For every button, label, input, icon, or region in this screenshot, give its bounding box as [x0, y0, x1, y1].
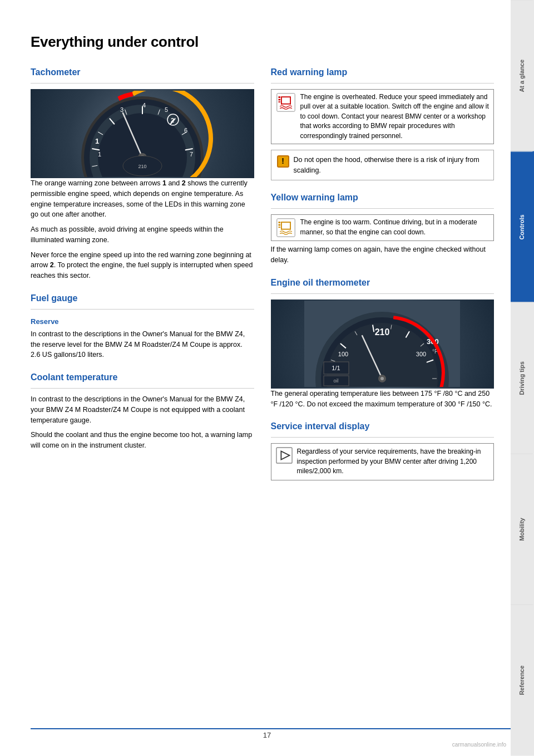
service-text: Regardless of your service requirements,… — [297, 447, 490, 476]
oil-gauge-svg: 210 100 300 300 °F 1/1 oil — [304, 301, 460, 387]
tachometer-body1: The orange warning zone between arrows 1… — [31, 178, 254, 220]
svg-point-70 — [380, 377, 384, 380]
yellow-lamp-box: The engine is too warm. Continue driving… — [271, 214, 495, 241]
svg-text:3: 3 — [120, 106, 123, 113]
right-column: Red warning lamp — [271, 67, 495, 723]
red-lamp-box: The engine is overheated. Reduce your sp… — [271, 89, 495, 144]
svg-rect-38 — [278, 222, 280, 224]
service-divider — [271, 437, 495, 438]
reserve-heading: Reserve — [31, 317, 254, 326]
warning-text: Do not open the hood, otherwise there is… — [294, 155, 488, 176]
svg-rect-43 — [290, 223, 291, 230]
service-box: Regardless of your service requirements,… — [271, 443, 495, 480]
tachometer-image: 1 3 4 5 6 7 1 2 — [31, 89, 254, 178]
svg-rect-41 — [281, 222, 291, 223]
svg-text:210: 210 — [375, 327, 390, 337]
svg-text:4: 4 — [142, 102, 146, 109]
svg-marker-72 — [281, 451, 289, 460]
red-lamp-icon — [276, 92, 296, 112]
tachometer-divider — [31, 83, 254, 84]
svg-rect-40 — [278, 227, 280, 228]
page-number: 17 — [263, 731, 271, 739]
svg-text:1: 1 — [95, 137, 99, 145]
tachometer-svg: 1 3 4 5 6 7 1 2 — [65, 91, 220, 177]
page-container: Everything under control Tachometer — [0, 0, 534, 756]
svg-rect-32 — [278, 101, 280, 102]
svg-text:5: 5 — [165, 106, 168, 113]
svg-text:2: 2 — [171, 117, 174, 124]
red-warning-divider — [271, 83, 495, 84]
svg-rect-31 — [278, 99, 280, 101]
oil-thermo-divider — [271, 293, 495, 294]
red-lamp-text: The engine is overheated. Reduce your sp… — [300, 92, 490, 141]
yellow-warning-heading: Yellow warning lamp — [271, 193, 495, 203]
sidebar-tab-mobility[interactable]: Mobility — [511, 454, 534, 605]
sidebar: At a glance Controls Driving tips Mobili… — [511, 0, 534, 756]
svg-rect-35 — [290, 97, 291, 105]
fuel-divider — [31, 309, 254, 310]
warning-icon: ! — [277, 155, 289, 168]
sidebar-tab-controls[interactable]: Controls — [511, 151, 534, 303]
tachometer-heading: Tachometer — [31, 67, 254, 77]
coolant-heading: Coolant temperature — [31, 372, 254, 382]
svg-rect-33 — [281, 96, 291, 97]
fuel-gauge-heading: Fuel gauge — [31, 293, 254, 303]
svg-rect-44 — [281, 229, 291, 230]
svg-text:6: 6 — [184, 127, 187, 134]
page-title: Everything under control — [31, 33, 494, 51]
service-icon — [276, 447, 293, 464]
svg-text:1/1: 1/1 — [332, 365, 340, 371]
coolant-divider — [31, 388, 254, 389]
warning-box: ! Do not open the hood, otherwise there … — [271, 150, 495, 181]
sidebar-tab-driving-tips[interactable]: Driving tips — [511, 302, 534, 454]
two-column-layout: Tachometer — [31, 67, 494, 723]
yellow-follow-text: If the warning lamp comes on again, have… — [271, 244, 495, 266]
svg-text:1: 1 — [98, 151, 101, 158]
tachometer-body2: As much as possible, avoid driving at en… — [31, 224, 254, 246]
svg-rect-34 — [281, 97, 282, 105]
coolant-body1: In contrast to the descriptions in the O… — [31, 394, 254, 425]
svg-text:7: 7 — [190, 151, 193, 158]
reserve-body: In contrast to the descriptions in the O… — [31, 329, 254, 360]
sidebar-tab-reference[interactable]: Reference — [511, 605, 534, 756]
yellow-lamp-text: The engine is too warm. Continue driving… — [300, 218, 490, 237]
oil-gauge-image: 210 100 300 300 °F 1/1 oil — [271, 300, 495, 389]
svg-rect-39 — [278, 224, 280, 226]
left-column: Tachometer — [31, 67, 254, 723]
main-content: Everything under control Tachometer — [0, 0, 511, 756]
oil-thermo-body: The general operating temperature lies b… — [271, 389, 495, 410]
svg-text:300: 300 — [416, 351, 426, 357]
oil-thermo-heading: Engine oil thermometer — [271, 278, 495, 288]
sidebar-tab-at-a-glance[interactable]: At a glance — [511, 0, 534, 151]
yellow-lamp-icon — [276, 218, 296, 238]
tachometer-body3: Never force the engine speed up into the… — [31, 250, 254, 281]
page-number-line — [31, 728, 511, 729]
watermark: carmanualsonline.info — [452, 742, 506, 748]
svg-rect-42 — [281, 223, 282, 230]
svg-text:oil: oil — [334, 378, 339, 384]
svg-rect-30 — [278, 96, 280, 98]
svg-text:210: 210 — [138, 164, 146, 169]
service-heading: Service interval display — [271, 421, 495, 431]
coolant-body2: Should the coolant and thus the engine b… — [31, 430, 254, 451]
red-warning-heading: Red warning lamp — [271, 67, 495, 77]
svg-text:100: 100 — [338, 351, 348, 357]
yellow-warning-divider — [271, 208, 495, 209]
svg-rect-36 — [281, 104, 291, 105]
